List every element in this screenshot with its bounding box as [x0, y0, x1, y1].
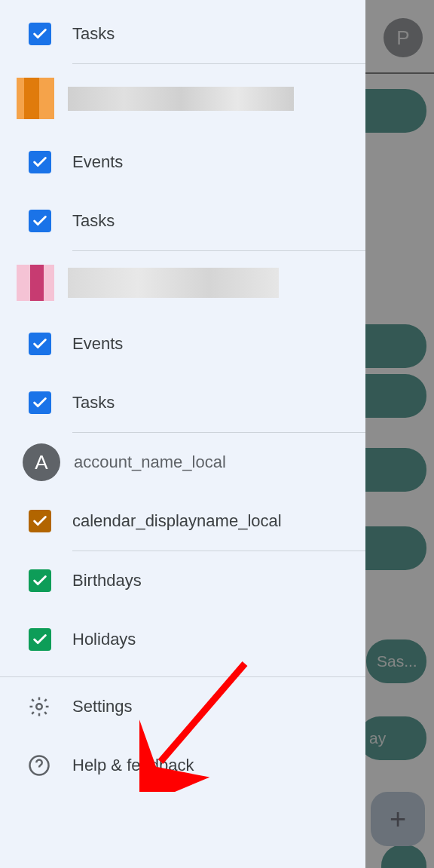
toggle-label: calendar_displayname_local	[72, 511, 282, 531]
toggle-label: Tasks	[72, 24, 115, 44]
checkbox-checked-icon	[29, 333, 51, 355]
checkbox-checked-icon	[29, 510, 51, 532]
checkbox-checked-icon	[29, 569, 51, 592]
redacted-avatar	[17, 265, 54, 301]
checkbox-checked-icon	[29, 628, 51, 651]
account-name: account_name_local	[74, 452, 226, 472]
toggle-label: Birthdays	[72, 571, 142, 590]
help-icon	[27, 753, 51, 778]
toggle-label: Events	[72, 334, 123, 354]
calendar-toggle-local[interactable]: calendar_displayname_local	[0, 492, 365, 551]
svg-point-0	[36, 704, 42, 710]
calendar-toggle-tasks[interactable]: Tasks	[0, 5, 365, 63]
redacted-text	[68, 268, 279, 298]
navigation-drawer: Tasks Events Tasks E	[0, 0, 365, 868]
checkbox-checked-icon	[29, 391, 51, 414]
gear-icon	[27, 695, 51, 719]
help-label: Help & feedback	[72, 756, 194, 775]
toggle-label: Events	[72, 152, 123, 172]
redacted-avatar	[17, 78, 54, 119]
help-button[interactable]: Help & feedback	[0, 736, 365, 795]
toggle-label: Holidays	[72, 630, 136, 649]
calendar-toggle-events[interactable]: Events	[0, 133, 365, 192]
account-header-local[interactable]: A account_name_local	[0, 433, 365, 492]
checkbox-checked-icon	[29, 23, 51, 45]
checkbox-checked-icon	[29, 210, 51, 232]
calendar-toggle-birthdays[interactable]: Birthdays	[0, 551, 365, 610]
calendar-toggle-holidays[interactable]: Holidays	[0, 610, 365, 669]
toggle-label: Tasks	[72, 393, 115, 413]
checkbox-checked-icon	[29, 151, 51, 173]
toggle-label: Tasks	[72, 211, 115, 231]
account-header-redacted[interactable]	[0, 64, 365, 133]
account-header-redacted[interactable]	[0, 251, 365, 314]
calendar-toggle-events[interactable]: Events	[0, 314, 365, 373]
redacted-text	[68, 87, 294, 111]
avatar: A	[23, 443, 60, 481]
settings-label: Settings	[72, 697, 133, 716]
calendar-toggle-tasks[interactable]: Tasks	[0, 192, 365, 250]
calendar-toggle-tasks[interactable]: Tasks	[0, 373, 365, 432]
settings-button[interactable]: Settings	[0, 677, 365, 736]
